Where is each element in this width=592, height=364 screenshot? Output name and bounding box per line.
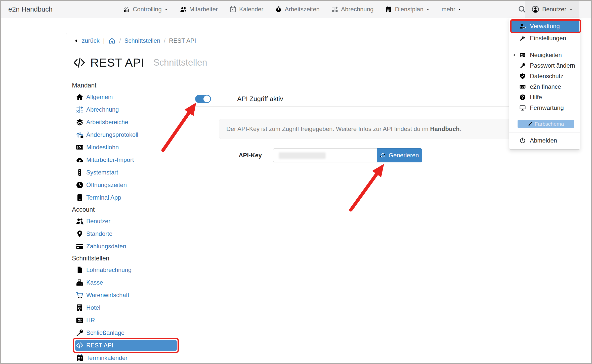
sidebar-item[interactable]: Schließanlage bbox=[75, 327, 177, 339]
sidebar-item-label: Mitarbeiter-Import bbox=[86, 156, 134, 163]
menu-item[interactable]: e2n finance bbox=[509, 81, 580, 92]
menu-item-label: Fernwartung bbox=[530, 104, 564, 111]
breadcrumb-pipe: | bbox=[103, 37, 105, 44]
dropdown-main-group: Neuigkeiten Passwort ändern Datenschutz … bbox=[509, 50, 580, 113]
sidebar-item[interactable]: Terminal App bbox=[75, 191, 177, 204]
color-scheme-button[interactable]: Farbschema bbox=[518, 120, 574, 128]
sidebar-item-icon bbox=[76, 143, 84, 151]
nav-item-icon bbox=[385, 6, 392, 13]
menu-item[interactable]: Neuigkeiten bbox=[509, 50, 580, 60]
sidebar-section-account: Account bbox=[72, 204, 191, 215]
sidebar-item-label: Standorte bbox=[86, 230, 112, 237]
api-key-input[interactable] bbox=[273, 149, 377, 162]
nav-item[interactable]: Controlling bbox=[123, 6, 168, 13]
sidebar-item[interactable]: Warenwirtschaft bbox=[75, 289, 177, 301]
sidebar-item[interactable]: Änderungsprotokoll bbox=[75, 128, 177, 141]
top-navigation-bar: e2n Handbuch Controlling Mitarbeiter Kal… bbox=[1, 1, 591, 18]
nav-item-label: Kalender bbox=[239, 6, 263, 13]
api-access-row: API Zugriff aktiv bbox=[194, 95, 536, 103]
nav-item[interactable]: Abrechnung bbox=[331, 6, 373, 13]
nav-item-icon bbox=[331, 6, 338, 13]
nav-item-icon bbox=[123, 6, 130, 13]
sidebar-item-icon bbox=[76, 156, 84, 164]
menu-item-icon bbox=[519, 23, 526, 29]
sidebar-item-icon bbox=[76, 316, 84, 324]
nav-item-label: Abrechnung bbox=[341, 6, 373, 13]
back-arrow-icon[interactable] bbox=[74, 39, 78, 43]
menu-item-label: Hilfe bbox=[530, 94, 542, 101]
menu-item-icon bbox=[519, 94, 526, 101]
sidebar-item[interactable]: Abrechnung bbox=[75, 103, 177, 116]
chevron-down-icon bbox=[164, 8, 168, 11]
sidebar-item-label: Allgemein bbox=[86, 94, 113, 101]
sidebar-item[interactable]: Mitarbeiter-Import bbox=[75, 154, 177, 166]
sidebar-item-icon bbox=[76, 106, 84, 114]
sidebar-section-mandant-items: Allgemein Abrechnung Arbeitsbereiche Änd… bbox=[72, 91, 191, 204]
sidebar-item-icon bbox=[76, 168, 84, 176]
user-menu-button[interactable]: Benutzer bbox=[525, 1, 579, 18]
sidebar-item-icon bbox=[76, 118, 84, 126]
sidebar-item[interactable]: HR bbox=[75, 314, 177, 327]
code-icon bbox=[73, 56, 86, 69]
sidebar-section-mandant: Mandant bbox=[72, 80, 191, 91]
menu-item-label: e2n finance bbox=[530, 83, 561, 90]
user-circle-icon bbox=[532, 6, 539, 13]
logout-label: Abmelden bbox=[530, 137, 557, 144]
menu-item[interactable]: Fernwartung bbox=[509, 103, 580, 113]
menu-item[interactable]: Passwort ändern bbox=[509, 60, 580, 71]
menu-item[interactable]: Datenschutz bbox=[509, 71, 580, 81]
chevron-down-icon bbox=[426, 8, 430, 11]
sidebar-item[interactable]: REST API bbox=[75, 340, 177, 351]
sidebar-item[interactable]: Lohnabrechnung bbox=[75, 264, 177, 276]
user-menu-label: Benutzer bbox=[542, 6, 566, 13]
menu-item-label: Neuigkeiten bbox=[530, 52, 562, 59]
sidebar-item[interactable]: Zahlungsdaten bbox=[75, 240, 177, 253]
menu-divider bbox=[509, 116, 580, 116]
sidebar-item-icon bbox=[76, 354, 84, 362]
rest-api-settings-panel: API Zugriff aktiv Der API-Key ist zum Zu… bbox=[194, 93, 536, 162]
sidebar-item-label: Hotel bbox=[86, 304, 100, 311]
menu-item-icon bbox=[519, 35, 526, 41]
sidebar-item-label: Kasse bbox=[86, 279, 103, 286]
breadcrumb-back-link[interactable]: zurück bbox=[82, 37, 100, 44]
sidebar-item[interactable]: Hotel bbox=[75, 301, 177, 314]
sidebar-item[interactable]: Kasse bbox=[75, 276, 177, 289]
nav-item-label: mehr bbox=[442, 6, 455, 13]
sidebar-item[interactable]: Allgemein bbox=[75, 91, 177, 103]
breadcrumb-link-schnittstellen[interactable]: Schnittstellen bbox=[124, 37, 160, 44]
sidebar-item[interactable]: Terminkalender bbox=[75, 352, 177, 364]
sidebar-item[interactable]: Mindestlohn bbox=[75, 141, 177, 154]
nav-item[interactable]: Dienstplan bbox=[385, 6, 430, 13]
sidebar-item[interactable]: Benutzer bbox=[75, 215, 177, 228]
sidebar-item-icon bbox=[76, 341, 84, 349]
nav-item[interactable]: Arbeitszeiten bbox=[275, 6, 320, 13]
content-card: zurück | / Schnittstellen / REST API RES… bbox=[66, 33, 536, 364]
brush-icon bbox=[528, 122, 532, 126]
sidebar-item[interactable]: Systemstart bbox=[75, 166, 177, 179]
sidebar-item-label: Warenwirtschaft bbox=[86, 292, 129, 299]
sidebar-item[interactable]: Arbeitsbereiche bbox=[75, 116, 177, 128]
generate-button[interactable]: Generieren bbox=[377, 148, 422, 162]
sidebar-item-icon bbox=[76, 279, 84, 287]
page-header: REST API Schnittstellen bbox=[73, 56, 207, 69]
nav-item[interactable]: mehr bbox=[442, 6, 462, 13]
sidebar-item[interactable]: Standorte bbox=[75, 228, 177, 240]
menu-item[interactable]: Hilfe bbox=[509, 92, 580, 103]
menu-item[interactable]: Verwaltung bbox=[512, 20, 579, 32]
menu-item[interactable]: Einstellungen bbox=[509, 32, 580, 44]
logout-menu-item[interactable]: Abmelden bbox=[509, 135, 580, 146]
info-text-bold: Handbuch bbox=[430, 125, 459, 132]
settings-sidebar: Mandant Allgemein Abrechnung Arbeitsbere… bbox=[72, 80, 191, 364]
home-icon[interactable] bbox=[108, 37, 116, 44]
sidebar-item-label: Abrechnung bbox=[86, 106, 119, 113]
sidebar-item-label: Öffnungszeiten bbox=[86, 181, 127, 189]
nav-item-label: Dienstplan bbox=[395, 6, 423, 13]
sidebar-item-label: Änderungsprotokoll bbox=[86, 131, 138, 138]
api-access-toggle[interactable] bbox=[195, 95, 211, 103]
nav-item[interactable]: Mitarbeiter bbox=[180, 6, 218, 13]
sidebar-item[interactable]: Öffnungszeiten bbox=[75, 179, 177, 191]
api-key-info-box: Der API-Key ist zum Zugriff freigegeben.… bbox=[219, 119, 536, 139]
sidebar-item-icon bbox=[76, 291, 84, 299]
nav-item[interactable]: Kalender bbox=[230, 6, 263, 13]
sidebar-item-label: Benutzer bbox=[86, 218, 110, 225]
